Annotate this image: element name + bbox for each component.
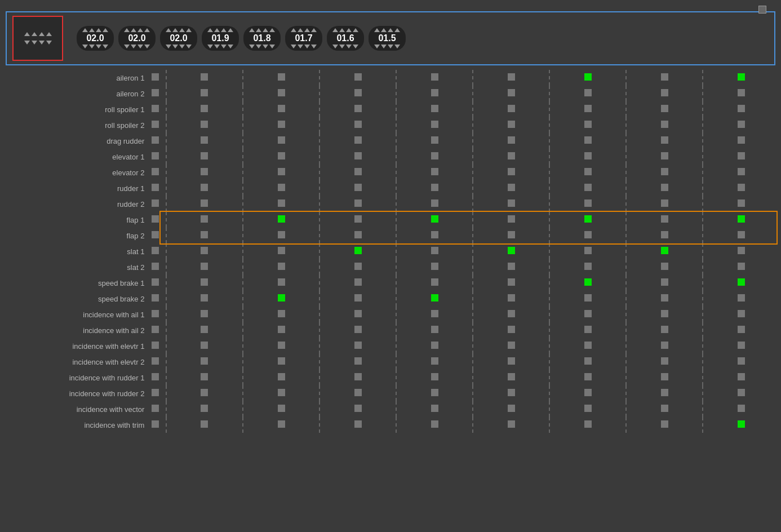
cell-22-6[interactable] — [631, 417, 699, 433]
cell-4-1[interactable] — [247, 133, 316, 149]
val-arrow-up-7-1[interactable] — [381, 28, 387, 32]
val-up-arrows-5[interactable] — [291, 28, 317, 32]
cell-8-7[interactable] — [707, 196, 775, 212]
val-up-arrows-2[interactable] — [166, 28, 192, 32]
val-arrow-up-4-0[interactable] — [249, 28, 255, 32]
val-arrow-up-6-1[interactable] — [339, 28, 345, 32]
cell-5-6[interactable] — [631, 149, 699, 165]
arrow-up-2[interactable] — [32, 32, 37, 36]
cell-2-0[interactable] — [171, 101, 239, 117]
cell-6-6[interactable] — [631, 165, 699, 180]
cell-1-5[interactable] — [554, 86, 622, 101]
cell-21-2[interactable] — [324, 401, 392, 417]
first-sq-7[interactable] — [149, 180, 162, 196]
cell-16-4[interactable] — [477, 322, 545, 338]
cell-4-6[interactable] — [631, 133, 699, 149]
first-sq-20[interactable] — [149, 385, 162, 401]
cell-14-2[interactable] — [324, 291, 392, 307]
val-arrow-up-1-1[interactable] — [131, 28, 136, 32]
cell-0-1[interactable] — [247, 70, 316, 86]
cell-8-1[interactable] — [247, 196, 316, 212]
cell-0-5[interactable] — [554, 70, 622, 86]
first-sq-17[interactable] — [149, 338, 162, 354]
cell-20-5[interactable] — [554, 385, 622, 401]
first-sq-3[interactable] — [149, 117, 162, 133]
val-arrow-down-4-2[interactable] — [263, 45, 268, 48]
first-sq-21[interactable] — [149, 401, 162, 417]
cell-17-1[interactable] — [247, 338, 316, 354]
cell-1-4[interactable] — [477, 86, 545, 101]
cell-21-0[interactable] — [171, 401, 239, 417]
cell-2-5[interactable] — [554, 101, 622, 117]
val-arrow-down-3-2[interactable] — [221, 45, 227, 48]
val-arrow-down-7-2[interactable] — [388, 45, 393, 48]
cell-2-4[interactable] — [477, 101, 545, 117]
val-arrow-up-4-2[interactable] — [263, 28, 268, 32]
val-arrow-up-2-1[interactable] — [172, 28, 178, 32]
cell-20-3[interactable] — [401, 385, 469, 401]
cell-5-0[interactable] — [171, 149, 239, 165]
cell-15-4[interactable] — [477, 307, 545, 322]
val-down-arrows-2[interactable] — [166, 45, 192, 48]
cell-0-7[interactable] — [707, 70, 775, 86]
cell-20-7[interactable] — [707, 385, 775, 401]
cell-7-4[interactable] — [477, 180, 545, 196]
cell-2-2[interactable] — [324, 101, 392, 117]
cell-13-4[interactable] — [477, 275, 545, 291]
cell-20-4[interactable] — [477, 385, 545, 401]
cell-0-3[interactable] — [401, 70, 469, 86]
cell-11-6[interactable] — [631, 243, 699, 259]
cell-11-5[interactable] — [554, 243, 622, 259]
cell-6-7[interactable] — [707, 165, 775, 180]
arrow-down-4[interactable] — [46, 41, 52, 45]
val-arrow-up-7-2[interactable] — [388, 28, 393, 32]
cell-7-5[interactable] — [554, 180, 622, 196]
val-arrow-down-2-1[interactable] — [172, 45, 178, 48]
val-arrow-up-5-2[interactable] — [304, 28, 310, 32]
cell-7-0[interactable] — [171, 180, 239, 196]
cell-17-5[interactable] — [554, 338, 622, 354]
cell-22-2[interactable] — [324, 417, 392, 433]
val-arrow-down-1-1[interactable] — [131, 45, 136, 48]
first-sq-5[interactable] — [149, 149, 162, 165]
cell-10-2[interactable] — [324, 228, 392, 243]
val-arrow-down-0-1[interactable] — [89, 45, 95, 48]
val-arrow-down-6-2[interactable] — [346, 45, 352, 48]
cell-16-3[interactable] — [401, 322, 469, 338]
cell-9-6[interactable] — [631, 212, 699, 228]
cell-19-6[interactable] — [631, 370, 699, 385]
cell-4-3[interactable] — [401, 133, 469, 149]
cell-12-1[interactable] — [247, 259, 316, 275]
val-arrow-down-0-3[interactable] — [103, 45, 108, 48]
cell-10-5[interactable] — [554, 228, 622, 243]
val-down-arrows-1[interactable] — [124, 45, 150, 48]
val-arrow-down-2-3[interactable] — [186, 45, 192, 48]
cell-4-2[interactable] — [324, 133, 392, 149]
cell-9-2[interactable] — [324, 212, 392, 228]
cell-12-7[interactable] — [707, 259, 775, 275]
first-sq-16[interactable] — [149, 322, 162, 338]
val-arrow-up-0-2[interactable] — [96, 28, 101, 32]
cell-18-3[interactable] — [401, 354, 469, 370]
spinner-up-arrows[interactable] — [24, 32, 52, 36]
first-sq-8[interactable] — [149, 196, 162, 212]
cell-18-7[interactable] — [707, 354, 775, 370]
cell-9-4[interactable] — [477, 212, 545, 228]
value-spinner-3[interactable]: 01.9 — [202, 26, 239, 51]
cell-9-7[interactable] — [707, 212, 775, 228]
val-down-arrows-7[interactable] — [374, 45, 400, 48]
cell-3-0[interactable] — [171, 117, 239, 133]
cell-11-0[interactable] — [171, 243, 239, 259]
cell-6-5[interactable] — [554, 165, 622, 180]
cell-15-6[interactable] — [631, 307, 699, 322]
cell-19-2[interactable] — [324, 370, 392, 385]
cell-0-0[interactable] — [171, 70, 239, 86]
cell-14-4[interactable] — [477, 291, 545, 307]
cell-2-6[interactable] — [631, 101, 699, 117]
cell-10-4[interactable] — [477, 228, 545, 243]
cell-16-7[interactable] — [707, 322, 775, 338]
cell-13-7[interactable] — [707, 275, 775, 291]
arrow-down-2[interactable] — [32, 41, 37, 45]
val-down-arrows-6[interactable] — [332, 45, 358, 48]
cell-5-4[interactable] — [477, 149, 545, 165]
